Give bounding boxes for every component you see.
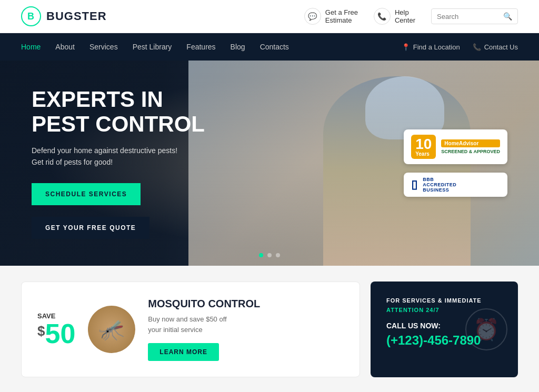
nav-right: 📍 Find a Location 📞 Contact Us	[402, 43, 518, 51]
bbb-label: BBB	[423, 177, 456, 182]
help-icon: 📞	[374, 8, 391, 25]
contact-us-link[interactable]: 📞 Contact Us	[473, 43, 518, 51]
ha-text: SCREENED & APPROVED	[441, 149, 500, 154]
hero-dots	[259, 253, 280, 257]
learn-more-button[interactable]: LEARN MORE	[148, 343, 219, 361]
twentyfour-icon: ⏰	[465, 308, 507, 350]
hero-section: EXPERTS IN PEST CONTROL Defend your home…	[0, 61, 539, 266]
logo-text: BUGSTER	[46, 9, 107, 23]
years-badge: 10 Years	[411, 135, 436, 159]
estimate-item[interactable]: 💬 Get a Free Estimate	[304, 8, 358, 25]
mosquito-card: SAVE $50 🦟 MOSQUITO CONTROL Buy now and …	[21, 282, 360, 377]
mosquito-title: MOSQUITO CONTROL	[148, 298, 344, 310]
bbb-accredited: ACCREDITED BUSINESS	[423, 182, 456, 193]
search-box[interactable]: 🔍	[431, 8, 518, 24]
phone-nav-icon: 📞	[473, 43, 481, 51]
nav-contacts[interactable]: Contacts	[260, 43, 289, 51]
homeadvisor-badge: 10 Years HomeAdvisor SCREENED & APPROVED	[404, 129, 507, 164]
location-icon: 📍	[402, 43, 410, 51]
dot-2[interactable]	[267, 253, 272, 257]
ha-info: HomeAdvisor SCREENED & APPROVED	[441, 139, 500, 154]
nav-pest-library[interactable]: Pest Library	[133, 43, 172, 51]
hero-title: EXPERTS IN PEST CONTROL	[32, 87, 205, 136]
mosquito-image: 🦟	[88, 306, 135, 353]
hero-subtitle: Defend your home against destructive pes…	[32, 145, 205, 168]
contact-card: FOR SERVICES & IMMEDIATE ATTENTION 24/7 …	[371, 282, 518, 377]
search-input[interactable]	[437, 13, 500, 21]
contact-label: FOR SERVICES & IMMEDIATE	[386, 297, 502, 304]
help-item[interactable]: 📞 Help Center	[374, 8, 415, 25]
save-amount: $50	[37, 320, 75, 347]
bbb-badge: ▯ BBB ACCREDITED BUSINESS	[404, 173, 507, 197]
logo-icon: B	[21, 6, 41, 26]
top-bar: B BUGSTER 💬 Get a Free Estimate 📞 Help C…	[0, 0, 539, 33]
chat-icon: 💬	[304, 8, 321, 25]
nav-about[interactable]: About	[55, 43, 75, 51]
dot-1[interactable]	[259, 253, 263, 257]
nav-home[interactable]: Home	[21, 43, 41, 51]
hero-content: EXPERTS IN PEST CONTROL Defend your home…	[0, 87, 236, 238]
logo[interactable]: B BUGSTER	[21, 6, 107, 26]
nav-services[interactable]: Services	[89, 43, 118, 51]
nav-features[interactable]: Features	[186, 43, 215, 51]
find-location-link[interactable]: 📍 Find a Location	[402, 43, 460, 51]
dot-3[interactable]	[276, 253, 280, 257]
get-free-quote-button[interactable]: GET YOUR FREE QUOTE	[32, 217, 149, 239]
ha-logo: HomeAdvisor	[441, 139, 500, 147]
bbb-text: BBB ACCREDITED BUSINESS	[423, 177, 456, 193]
nav-links: Home About Services Pest Library Feature…	[21, 43, 402, 51]
find-location-label: Find a Location	[413, 43, 460, 51]
mosquito-desc: Buy now and save $50 off your initial se…	[148, 314, 344, 335]
search-icon: 🔍	[503, 12, 512, 21]
nav-blog[interactable]: Blog	[231, 43, 245, 51]
bbb-logo: ▯	[411, 178, 417, 192]
mosquito-left: SAVE $50	[37, 312, 75, 347]
main-nav: Home About Services Pest Library Feature…	[0, 33, 539, 61]
help-label: Help Center	[395, 8, 415, 24]
schedule-services-button[interactable]: SCHEDULE SERVICES	[32, 183, 141, 205]
hero-badges: 10 Years HomeAdvisor SCREENED & APPROVED…	[404, 129, 507, 197]
estimate-label: Get a Free Estimate	[325, 8, 358, 24]
mosquito-right: MOSQUITO CONTROL Buy now and save $50 of…	[148, 298, 344, 361]
cards-section: SAVE $50 🦟 MOSQUITO CONTROL Buy now and …	[0, 266, 539, 392]
contact-us-label: Contact Us	[484, 43, 518, 51]
top-bar-right: 💬 Get a Free Estimate 📞 Help Center 🔍	[304, 8, 518, 25]
dollar-sign: $	[37, 324, 45, 338]
